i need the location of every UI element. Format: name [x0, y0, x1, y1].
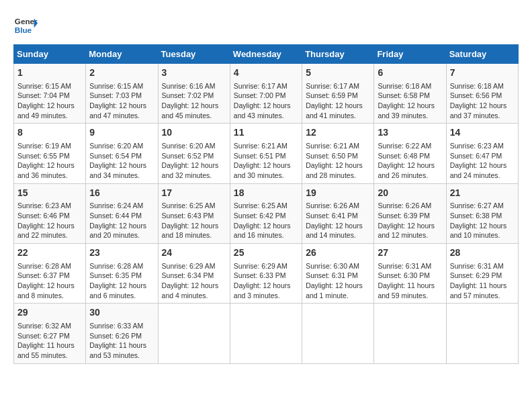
calendar-week-5: 29Sunrise: 6:32 AMSunset: 6:27 PMDayligh…: [14, 304, 519, 363]
sunset-text: Sunset: 6:46 PM: [17, 212, 70, 220]
sunset-text: Sunset: 6:38 PM: [450, 212, 502, 220]
day-number: 21: [450, 187, 515, 200]
day-number: 24: [162, 246, 226, 260]
sunset-text: Sunset: 6:47 PM: [450, 152, 502, 160]
calendar-cell: 30Sunrise: 6:33 AMSunset: 6:26 PMDayligh…: [86, 304, 158, 363]
sunrise-text: Sunrise: 6:28 AM: [17, 262, 71, 270]
sunset-text: Sunset: 7:04 PM: [17, 91, 70, 99]
sunrise-text: Sunrise: 6:29 AM: [162, 262, 216, 270]
sunset-text: Sunset: 6:50 PM: [306, 152, 358, 160]
daylight-text: Daylight: 12 hours and 18 minutes.: [162, 222, 219, 240]
day-number: 15: [17, 187, 82, 200]
calendar-week-4: 22Sunrise: 6:28 AMSunset: 6:37 PMDayligh…: [14, 244, 519, 304]
sunset-text: Sunset: 6:42 PM: [234, 212, 286, 220]
daylight-text: Daylight: 12 hours and 41 minutes.: [306, 101, 363, 120]
day-number: 17: [162, 187, 226, 200]
sunrise-text: Sunrise: 6:19 AM: [17, 142, 71, 150]
daylight-text: Daylight: 12 hours and 49 minutes.: [17, 101, 75, 120]
calendar-cell: 25Sunrise: 6:29 AMSunset: 6:33 PMDayligh…: [230, 244, 302, 304]
calendar-week-2: 8Sunrise: 6:19 AMSunset: 6:55 PMDaylight…: [14, 124, 519, 183]
calendar-cell: 13Sunrise: 6:22 AMSunset: 6:48 PMDayligh…: [374, 124, 446, 183]
daylight-text: Daylight: 12 hours and 45 minutes.: [162, 101, 219, 120]
daylight-text: Daylight: 12 hours and 10 minutes.: [450, 222, 507, 240]
daylight-text: Daylight: 12 hours and 28 minutes.: [306, 161, 363, 179]
day-number: 19: [306, 187, 370, 200]
calendar-cell: 2Sunrise: 6:15 AMSunset: 7:03 PMDaylight…: [86, 64, 158, 124]
sunrise-text: Sunrise: 6:26 AM: [378, 201, 431, 210]
logo: General Blue: [13, 13, 38, 38]
sunset-text: Sunset: 6:43 PM: [162, 212, 214, 220]
daylight-text: Daylight: 12 hours and 36 minutes.: [17, 161, 75, 179]
day-number: 16: [89, 187, 154, 200]
day-number: 8: [17, 126, 82, 140]
sunset-text: Sunset: 6:26 PM: [89, 332, 142, 340]
daylight-text: Daylight: 11 hours and 57 minutes.: [450, 281, 507, 300]
sunset-text: Sunset: 6:44 PM: [89, 212, 142, 220]
day-number: 10: [162, 126, 226, 140]
day-number: 29: [17, 306, 82, 320]
sunset-text: Sunset: 6:34 PM: [162, 271, 214, 279]
calendar-cell: 3Sunrise: 6:16 AMSunset: 7:02 PMDaylight…: [158, 64, 230, 124]
day-number: 1: [17, 66, 82, 80]
sunset-text: Sunset: 6:58 PM: [378, 91, 430, 99]
day-number: 20: [378, 187, 442, 200]
sunrise-text: Sunrise: 6:26 AM: [306, 201, 359, 210]
sunrise-text: Sunrise: 6:18 AM: [450, 82, 504, 90]
svg-text:Blue: Blue: [15, 26, 32, 34]
sunrise-text: Sunrise: 6:28 AM: [89, 262, 143, 270]
sunrise-text: Sunrise: 6:23 AM: [450, 142, 504, 150]
calendar-cell: 6Sunrise: 6:18 AMSunset: 6:58 PMDaylight…: [374, 64, 446, 124]
sunset-text: Sunset: 6:56 PM: [450, 91, 502, 99]
calendar-cell: [302, 304, 374, 363]
calendar-cell: 23Sunrise: 6:28 AMSunset: 6:35 PMDayligh…: [86, 244, 158, 304]
daylight-text: Daylight: 12 hours and 47 minutes.: [89, 101, 146, 120]
sunrise-text: Sunrise: 6:29 AM: [234, 262, 287, 270]
sunrise-text: Sunrise: 6:21 AM: [234, 142, 287, 150]
day-number: 4: [234, 66, 298, 80]
day-number: 23: [89, 246, 154, 260]
header-wednesday: Wednesday: [230, 45, 302, 64]
sunset-text: Sunset: 7:03 PM: [89, 91, 142, 99]
sunrise-text: Sunrise: 6:15 AM: [89, 82, 143, 90]
header-friday: Friday: [374, 45, 446, 64]
header-thursday: Thursday: [302, 45, 374, 64]
daylight-text: Daylight: 12 hours and 16 minutes.: [234, 222, 291, 240]
calendar-cell: 10Sunrise: 6:20 AMSunset: 6:52 PMDayligh…: [158, 124, 230, 183]
sunrise-text: Sunrise: 6:31 AM: [450, 262, 504, 270]
day-number: 7: [450, 66, 515, 80]
sunset-text: Sunset: 6:59 PM: [306, 91, 358, 99]
sunrise-text: Sunrise: 6:24 AM: [89, 201, 143, 210]
calendar-cell: 1Sunrise: 6:15 AMSunset: 7:04 PMDaylight…: [14, 64, 86, 124]
sunset-text: Sunset: 6:30 PM: [378, 271, 430, 279]
calendar-table: SundayMondayTuesdayWednesdayThursdayFrid…: [13, 44, 519, 364]
calendar-cell: 24Sunrise: 6:29 AMSunset: 6:34 PMDayligh…: [158, 244, 230, 304]
sunset-text: Sunset: 6:52 PM: [162, 152, 214, 160]
sunrise-text: Sunrise: 6:15 AM: [17, 82, 71, 90]
sunset-text: Sunset: 6:48 PM: [378, 152, 430, 160]
day-number: 5: [306, 66, 370, 80]
calendar-cell: 9Sunrise: 6:20 AMSunset: 6:54 PMDaylight…: [86, 124, 158, 183]
calendar-cell: 18Sunrise: 6:25 AMSunset: 6:42 PMDayligh…: [230, 183, 302, 243]
sunrise-text: Sunrise: 6:33 AM: [89, 322, 143, 330]
calendar-cell: 8Sunrise: 6:19 AMSunset: 6:55 PMDaylight…: [14, 124, 86, 183]
sunrise-text: Sunrise: 6:20 AM: [89, 142, 143, 150]
sunrise-text: Sunrise: 6:20 AM: [162, 142, 216, 150]
daylight-text: Daylight: 12 hours and 4 minutes.: [162, 281, 219, 300]
sunrise-text: Sunrise: 6:27 AM: [450, 201, 504, 210]
sunset-text: Sunset: 7:02 PM: [162, 91, 214, 99]
sunrise-text: Sunrise: 6:17 AM: [306, 82, 359, 90]
day-number: 26: [306, 246, 370, 260]
daylight-text: Daylight: 12 hours and 14 minutes.: [306, 222, 363, 240]
calendar-cell: 14Sunrise: 6:23 AMSunset: 6:47 PMDayligh…: [446, 124, 518, 183]
day-number: 6: [378, 66, 442, 80]
day-number: 12: [306, 126, 370, 140]
day-number: 18: [234, 187, 298, 200]
calendar-cell: 7Sunrise: 6:18 AMSunset: 6:56 PMDaylight…: [446, 64, 518, 124]
sunset-text: Sunset: 6:37 PM: [17, 271, 70, 279]
daylight-text: Daylight: 12 hours and 6 minutes.: [89, 281, 146, 300]
sunrise-text: Sunrise: 6:32 AM: [17, 322, 71, 330]
sunset-text: Sunset: 6:54 PM: [89, 152, 142, 160]
day-number: 27: [378, 246, 442, 260]
calendar-cell: 17Sunrise: 6:25 AMSunset: 6:43 PMDayligh…: [158, 183, 230, 243]
calendar-cell: [446, 304, 518, 363]
